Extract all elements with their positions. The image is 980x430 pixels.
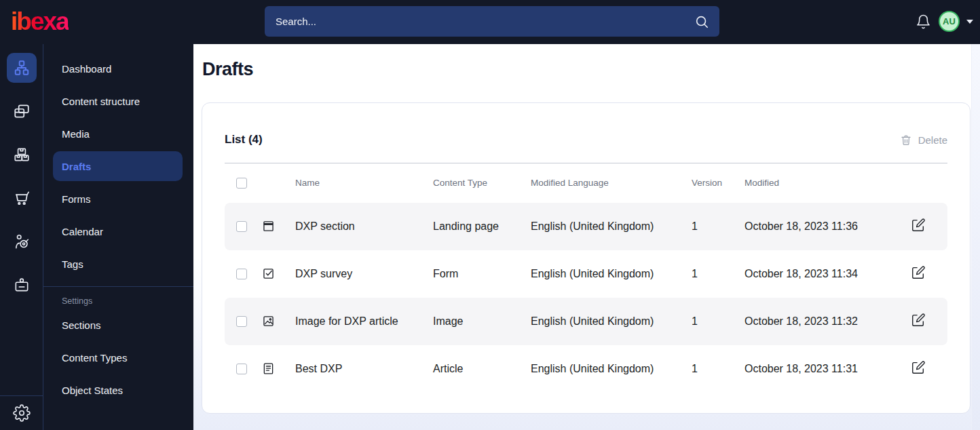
badge-icon: [13, 276, 31, 294]
cell-modified: October 18, 2023 11:34: [745, 250, 907, 298]
cell-language: English (United Kingdom): [531, 203, 692, 250]
cell-name: DXP section: [295, 203, 433, 250]
icon-rail: [0, 44, 43, 430]
row-checkbox[interactable]: [236, 316, 247, 327]
table-header-row: Name Content Type Modified Language Vers…: [225, 163, 947, 203]
notifications-bell-icon[interactable]: [916, 14, 931, 30]
sitemap-icon: [13, 59, 31, 77]
edit-icon: [911, 218, 926, 233]
row-checkbox[interactable]: [236, 269, 247, 279]
cell-name: DXP survey: [295, 250, 433, 298]
avatar-initials: AU: [943, 16, 956, 26]
cell-version: 1: [692, 298, 745, 345]
column-header-modified: Modified: [745, 163, 907, 203]
delete-label: Delete: [918, 134, 947, 146]
sidebar-item-calendar[interactable]: Calendar: [43, 215, 193, 248]
column-header-version: Version: [692, 163, 745, 203]
sidebar-item-sections[interactable]: Sections: [43, 309, 193, 341]
cell-content-type: Article: [433, 345, 531, 393]
trash-icon: [900, 134, 912, 146]
cell-version: 1: [692, 345, 745, 393]
sidebar-menu: Dashboard Content structure Media Drafts…: [43, 44, 193, 430]
cell-version: 1: [692, 203, 745, 250]
table-row[interactable]: Best DXP Article English (United Kingdom…: [225, 345, 947, 393]
column-header-modified-language: Modified Language: [531, 163, 692, 203]
cell-language: English (United Kingdom): [531, 345, 692, 393]
cell-content-type: Landing page: [433, 203, 531, 250]
user-menu-chevron-icon[interactable]: [966, 20, 973, 24]
user-avatar[interactable]: AU: [939, 11, 960, 32]
cell-modified: October 18, 2023 11:36: [745, 203, 907, 250]
rail-corporate-button[interactable]: [7, 270, 37, 300]
form-icon: [261, 267, 276, 281]
landing-page-icon: [261, 219, 276, 233]
cell-version: 1: [692, 250, 745, 298]
settings-section-label: Settings: [43, 287, 193, 309]
edit-icon: [911, 265, 926, 280]
drafts-card: List (4) Delete Name Conte: [202, 102, 970, 414]
rail-pages-button[interactable]: [7, 96, 37, 126]
search-icon[interactable]: [694, 14, 709, 29]
personalization-target-icon: [13, 233, 31, 250]
pages-icon: [13, 102, 31, 120]
edit-draft-button[interactable]: [911, 313, 926, 328]
edit-icon: [911, 360, 926, 375]
global-search[interactable]: [265, 6, 719, 37]
cell-name: Image for DXP article: [295, 298, 433, 345]
scrollbar-track[interactable]: [971, 44, 980, 430]
sidebar-item-tags[interactable]: Tags: [43, 248, 193, 280]
column-header-name: Name: [295, 163, 433, 203]
column-header-content-type: Content Type: [433, 163, 531, 203]
rail-settings-button[interactable]: [8, 399, 35, 427]
column-header-icon: [257, 163, 295, 203]
cart-icon: [13, 189, 31, 207]
cell-modified: October 18, 2023 11:31: [745, 345, 907, 393]
cell-name: Best DXP: [295, 345, 433, 393]
edit-draft-button[interactable]: [911, 218, 926, 233]
gear-icon: [13, 404, 31, 422]
edit-draft-button[interactable]: [911, 265, 926, 280]
ibexa-logo[interactable]: ibexa: [11, 7, 69, 37]
cell-content-type: Image: [433, 298, 531, 345]
sidebar-item-content-structure[interactable]: Content structure: [43, 85, 193, 117]
cell-language: English (United Kingdom): [531, 298, 692, 345]
list-title: List (4): [225, 133, 263, 146]
boxes-icon: [13, 146, 31, 163]
sidebar-item-drafts[interactable]: Drafts: [53, 151, 183, 181]
sidebar-item-content-types[interactable]: Content Types: [43, 341, 193, 374]
row-checkbox[interactable]: [236, 364, 247, 374]
sidebar-item-forms[interactable]: Forms: [43, 182, 193, 215]
main-content: Drafts List (4) Delete: [193, 44, 980, 430]
rail-products-button[interactable]: [7, 140, 37, 170]
sidebar-item-dashboard[interactable]: Dashboard: [43, 52, 193, 85]
rail-commerce-button[interactable]: [7, 183, 37, 213]
cell-language: English (United Kingdom): [531, 250, 692, 298]
sidebar-item-object-states[interactable]: Object States: [43, 374, 193, 406]
cell-modified: October 18, 2023 11:32: [745, 298, 907, 345]
search-input[interactable]: [265, 16, 694, 27]
table-row[interactable]: DXP section Landing page English (United…: [225, 203, 947, 250]
row-checkbox[interactable]: [236, 221, 247, 232]
image-icon: [261, 314, 276, 328]
edit-icon: [911, 313, 926, 328]
drafts-table: Name Content Type Modified Language Vers…: [225, 163, 947, 393]
rail-bottom: [0, 395, 43, 430]
table-row[interactable]: Image for DXP article Image English (Uni…: [225, 298, 947, 345]
article-icon: [261, 361, 276, 376]
rail-content-button[interactable]: [7, 53, 37, 83]
select-all-checkbox[interactable]: [236, 178, 247, 189]
table-row[interactable]: DXP survey Form English (United Kingdom)…: [225, 250, 947, 298]
top-bar: ibexa AU: [0, 0, 980, 44]
rail-personalization-button[interactable]: [7, 227, 37, 256]
delete-button[interactable]: Delete: [900, 134, 947, 146]
cell-content-type: Form: [433, 250, 531, 298]
column-header-actions: [907, 163, 947, 203]
page-title: Drafts: [202, 59, 253, 80]
edit-draft-button[interactable]: [911, 360, 926, 375]
sidebar-item-media[interactable]: Media: [43, 117, 193, 150]
